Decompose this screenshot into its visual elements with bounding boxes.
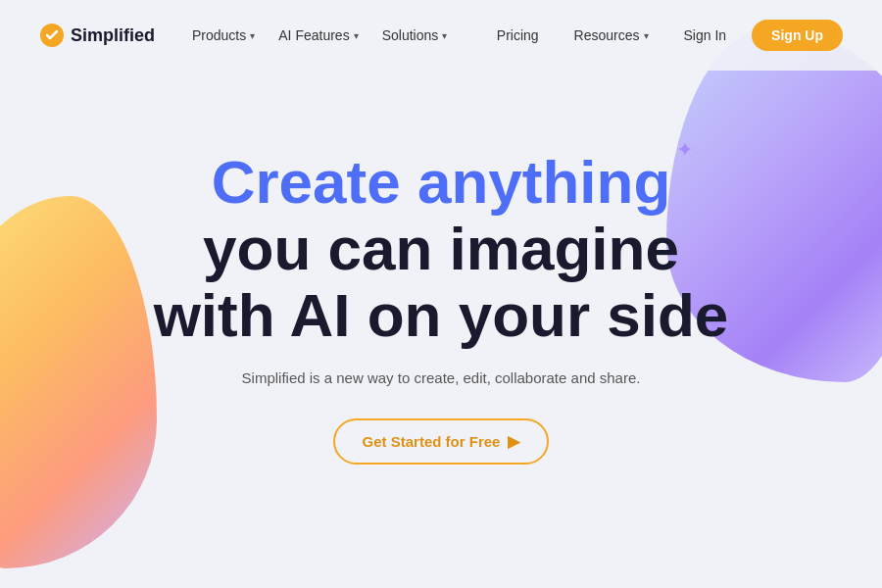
nav-solutions[interactable]: Solutions ▾ [372, 22, 458, 49]
navbar: Simplified Products ▾ AI Features ▾ Solu… [0, 0, 882, 71]
hero-subtitle: Simplified is a new way to create, edit,… [242, 368, 641, 390]
hero-title-line2: you can imagine [203, 216, 679, 282]
logo-icon [39, 23, 65, 48]
arrow-icon: ▶ [508, 432, 519, 451]
nav-links: Products ▾ AI Features ▾ Solutions ▾ [182, 22, 457, 49]
signup-button[interactable]: Sign Up [752, 20, 843, 51]
chevron-down-icon: ▾ [442, 30, 447, 41]
chevron-down-icon: ▾ [250, 30, 255, 41]
signin-button[interactable]: Sign In [674, 22, 737, 49]
hero-section: Create anything ✦ you can imagine with A… [0, 71, 882, 465]
chevron-down-icon: ▾ [644, 30, 649, 41]
nav-left: Simplified Products ▾ AI Features ▾ Solu… [39, 22, 457, 49]
sparkle-icon: ✦ [677, 141, 692, 161]
logo[interactable]: Simplified [39, 23, 155, 48]
chevron-down-icon: ▾ [354, 30, 359, 41]
nav-right: Pricing Resources ▾ Sign In Sign Up [487, 20, 843, 51]
hero-title-line1: Create anything ✦ [212, 149, 671, 216]
hero-title-line3: with AI on your side [154, 282, 729, 349]
hero-colored-title: Create anything ✦ [212, 149, 671, 216]
nav-resources[interactable]: Resources ▾ [564, 22, 659, 49]
nav-pricing[interactable]: Pricing [487, 22, 549, 49]
cta-button[interactable]: Get Started for Free ▶ [333, 418, 550, 465]
brand-name: Simplified [71, 25, 155, 46]
nav-products[interactable]: Products ▾ [182, 22, 265, 49]
nav-ai-features[interactable]: AI Features ▾ [269, 22, 368, 49]
